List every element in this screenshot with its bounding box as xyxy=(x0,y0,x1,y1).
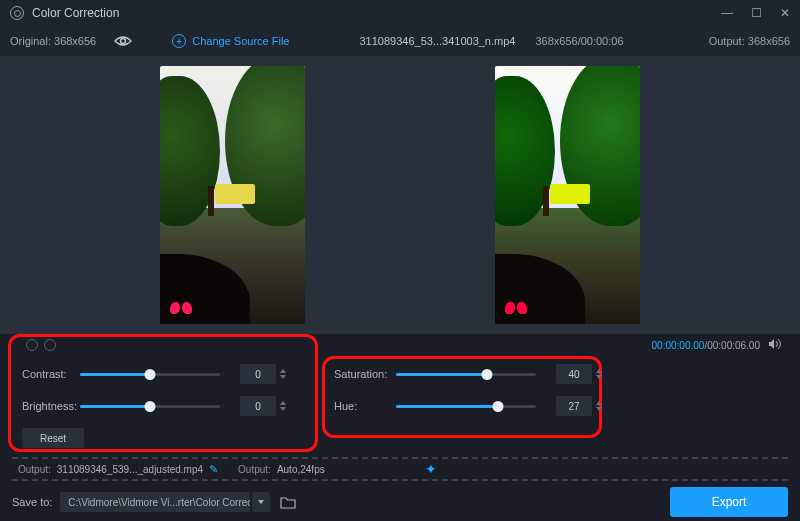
top-toolbar: Original: 368x656 + Change Source File 3… xyxy=(0,26,800,56)
svg-point-0 xyxy=(121,39,126,44)
source-filename: 311089346_53...341003_n.mp4 xyxy=(359,35,515,47)
hue-value-input[interactable]: 27 xyxy=(556,396,592,416)
saveto-label: Save to: xyxy=(12,496,52,508)
hue-label: Hue: xyxy=(334,400,396,412)
window-title: Color Correction xyxy=(32,6,119,20)
output-settings-value: Auto,24fps xyxy=(277,464,325,475)
saturation-stepper[interactable] xyxy=(596,369,602,379)
preview-original xyxy=(160,66,305,324)
contrast-row: Contrast: 0 xyxy=(22,364,286,384)
speaker-icon[interactable] xyxy=(768,338,782,352)
minimize-icon[interactable]: — xyxy=(721,6,733,20)
total-time: /00:00:06.00 xyxy=(704,340,760,351)
source-dimensions-duration: 368x656/00:00:06 xyxy=(535,35,623,47)
hue-slider[interactable] xyxy=(396,405,536,408)
saturation-label: Saturation: xyxy=(334,368,396,380)
brightness-value-input[interactable]: 0 xyxy=(240,396,276,416)
output-dimensions-label: Output: 368x656 xyxy=(709,35,790,47)
preview-toggle-icon[interactable] xyxy=(114,35,132,47)
preview-output xyxy=(495,66,640,324)
plus-icon: + xyxy=(172,34,186,48)
time-display: 00:00:00.00/00:00:06.00 xyxy=(652,340,760,351)
contrast-value-input[interactable]: 0 xyxy=(240,364,276,384)
sliders-block: Contrast: 0 Brightness: 0 Saturation: xyxy=(10,358,790,452)
contrast-stepper[interactable] xyxy=(280,369,286,379)
export-button[interactable]: Export xyxy=(670,487,788,517)
hue-stepper[interactable] xyxy=(596,401,602,411)
output-file-label: Output: xyxy=(18,464,51,475)
app-logo-icon xyxy=(10,6,24,20)
original-dimensions-label: Original: 368x656 xyxy=(10,35,96,47)
maximize-icon[interactable]: ☐ xyxy=(751,6,762,20)
change-source-label: Change Source File xyxy=(192,35,289,47)
bottom-bar: Save to: C:\Vidmore\Vidmore Vi...rter\Co… xyxy=(0,483,800,521)
current-time: 00:00:00.00 xyxy=(652,340,705,351)
wand-icon[interactable]: ✦ xyxy=(425,461,437,477)
brightness-slider[interactable] xyxy=(80,405,220,408)
saveto-path-input[interactable]: C:\Vidmore\Vidmore Vi...rter\Color Corre… xyxy=(60,492,250,512)
brightness-stepper[interactable] xyxy=(280,401,286,411)
saturation-slider[interactable] xyxy=(396,373,536,376)
contrast-slider[interactable] xyxy=(80,373,220,376)
open-folder-icon[interactable] xyxy=(270,496,296,509)
change-source-button[interactable]: + Change Source File xyxy=(172,34,289,48)
window-controls: — ☐ ✕ xyxy=(721,6,790,20)
preview-area xyxy=(0,56,800,334)
titlebar: Color Correction — ☐ ✕ xyxy=(0,0,800,26)
reset-button[interactable]: Reset xyxy=(22,428,84,448)
saturation-row: Saturation: 40 xyxy=(334,364,602,384)
saveto-dropdown[interactable] xyxy=(252,492,270,512)
output-settings-row: Output: 311089346_539..._adjusted.mp4 ✎ … xyxy=(12,457,788,481)
close-icon[interactable]: ✕ xyxy=(780,6,790,20)
brightness-row: Brightness: 0 xyxy=(22,396,286,416)
edit-icon[interactable]: ✎ xyxy=(209,463,218,476)
brightness-label: Brightness: xyxy=(22,400,80,412)
output-settings-label: Output: xyxy=(238,464,271,475)
output-filename: 311089346_539..._adjusted.mp4 xyxy=(57,464,203,475)
hue-row: Hue: 27 xyxy=(334,396,602,416)
lower-panel: 00:00:00.00/00:00:06.00 Contrast: 0 Brig… xyxy=(0,334,800,521)
saturation-value-input[interactable]: 40 xyxy=(556,364,592,384)
contrast-label: Contrast: xyxy=(22,368,80,380)
